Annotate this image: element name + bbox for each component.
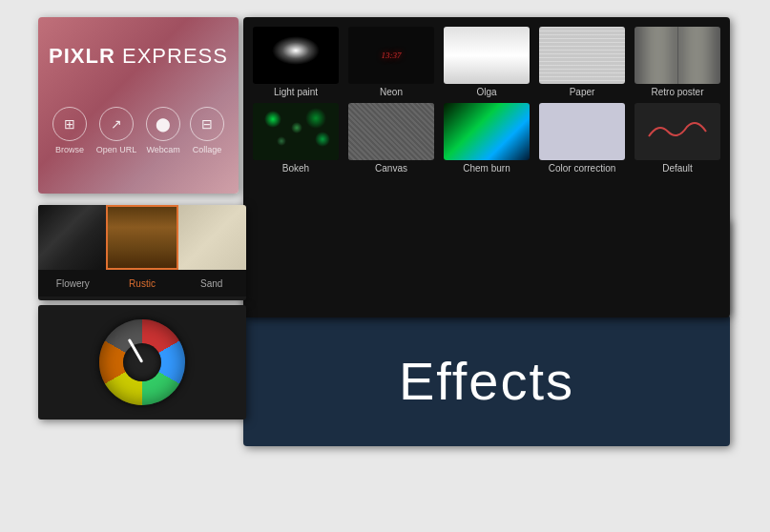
thumb-neon: 13:37 bbox=[348, 27, 434, 84]
label-default: Default bbox=[662, 163, 693, 174]
collage-icon: ⊟ bbox=[190, 107, 224, 141]
effects-title: Effects bbox=[399, 350, 574, 412]
dial-background bbox=[71, 315, 214, 410]
label-color-correction: Color correction bbox=[549, 163, 616, 174]
effect-olga[interactable]: Olga bbox=[442, 27, 531, 97]
label-olga: Olga bbox=[476, 87, 496, 97]
browse-icon: ⊞ bbox=[52, 107, 87, 141]
effects-grid: Light paint 13:37 Neon Olga Paper Retro … bbox=[251, 27, 722, 174]
color-dial[interactable] bbox=[99, 319, 185, 405]
neon-time: 13:37 bbox=[382, 51, 402, 60]
dial-panel[interactable] bbox=[38, 305, 246, 419]
effect-neon[interactable]: 13:37 Neon bbox=[346, 27, 436, 97]
effect-default[interactable]: Default bbox=[633, 103, 722, 174]
label-bokeh: Bokeh bbox=[282, 163, 309, 174]
effect-color-correction[interactable]: Color correction bbox=[537, 103, 627, 174]
thumb-paper bbox=[539, 27, 625, 84]
thumb-default bbox=[635, 103, 720, 160]
thumb-olga bbox=[444, 27, 530, 84]
effect-paper[interactable]: Paper bbox=[537, 27, 627, 97]
pixlr-title: PIXLR EXPRESS bbox=[38, 17, 239, 78]
thumb-retro bbox=[635, 27, 720, 84]
open-url-button[interactable]: ↗ Open URL bbox=[96, 107, 137, 154]
thumb-light-paint bbox=[253, 27, 339, 84]
label-light-paint: Light paint bbox=[274, 87, 318, 97]
texture-rustic[interactable] bbox=[106, 205, 177, 270]
thumb-chem bbox=[444, 103, 530, 160]
thumb-bokeh bbox=[253, 103, 339, 160]
dial-center bbox=[123, 343, 161, 381]
thumb-canvas bbox=[348, 103, 434, 160]
texture-sand[interactable] bbox=[178, 205, 246, 270]
label-chem-burn: Chem burn bbox=[463, 163, 510, 174]
collage-button[interactable]: ⊟ Collage bbox=[190, 107, 224, 154]
open-url-icon: ↗ bbox=[99, 107, 134, 141]
label-rustic: Rustic bbox=[108, 278, 177, 289]
pixlr-brand: PIXLR bbox=[49, 44, 115, 68]
wave-svg bbox=[644, 117, 711, 146]
webcam-button[interactable]: ⬤ Webcam bbox=[146, 107, 180, 154]
dial-needle bbox=[128, 338, 144, 363]
pixlr-subtitle: EXPRESS bbox=[122, 44, 228, 68]
texture-flowery[interactable] bbox=[38, 205, 106, 270]
label-flowery: Flowery bbox=[38, 278, 108, 289]
effects-label-panel: Effects bbox=[243, 315, 730, 446]
thumb-color-correction bbox=[539, 103, 625, 160]
webcam-label: Webcam bbox=[146, 145, 179, 154]
texture-strip bbox=[38, 205, 246, 270]
label-retro-poster: Retro poster bbox=[651, 87, 703, 97]
effect-canvas[interactable]: Canvas bbox=[346, 103, 436, 174]
label-paper: Paper bbox=[570, 87, 595, 97]
pixlr-express-panel: PIXLR EXPRESS ⊞ Browse ↗ Open URL ⬤ Webc… bbox=[38, 17, 239, 194]
label-canvas: Canvas bbox=[375, 163, 407, 174]
browse-button[interactable]: ⊞ Browse bbox=[52, 107, 87, 154]
label-sand: Sand bbox=[177, 278, 246, 289]
collage-label: Collage bbox=[193, 145, 222, 154]
browse-label: Browse bbox=[55, 145, 84, 154]
effect-bokeh[interactable]: Bokeh bbox=[251, 103, 341, 174]
texture-label-row: Flowery Rustic Sand bbox=[38, 270, 246, 297]
pixlr-icon-row: ⊞ Browse ↗ Open URL ⬤ Webcam ⊟ Collage bbox=[38, 97, 239, 164]
effect-chem-burn[interactable]: Chem burn bbox=[442, 103, 531, 174]
effect-light-paint[interactable]: Light paint bbox=[251, 27, 341, 97]
webcam-icon: ⬤ bbox=[146, 107, 180, 141]
open-url-label: Open URL bbox=[96, 145, 137, 154]
effects-grid-panel: Light paint 13:37 Neon Olga Paper Retro … bbox=[243, 17, 730, 317]
effect-retro-poster[interactable]: Retro poster bbox=[633, 27, 722, 97]
texture-strip-panel: Flowery Rustic Sand bbox=[38, 205, 246, 300]
label-neon: Neon bbox=[380, 87, 403, 97]
